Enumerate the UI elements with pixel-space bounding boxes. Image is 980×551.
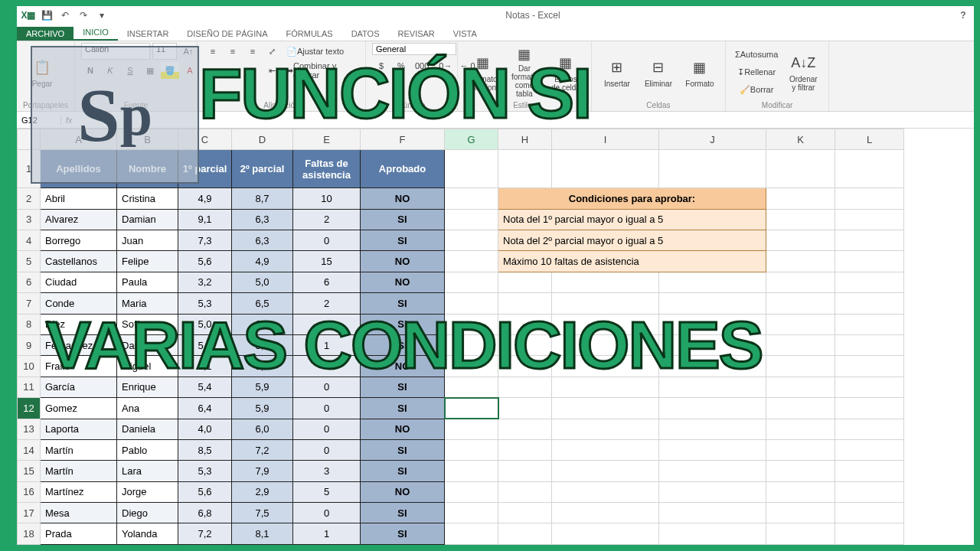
name-box[interactable]: G12: [17, 116, 61, 125]
cell-D7[interactable]: 6,5: [232, 293, 293, 314]
number-format-select[interactable]: General: [372, 43, 456, 55]
row-header-5[interactable]: 5: [18, 251, 41, 272]
col-header-G[interactable]: G: [445, 129, 498, 150]
cell-J13[interactable]: [659, 419, 766, 439]
italic-button[interactable]: K: [101, 62, 119, 79]
col-header-K[interactable]: K: [766, 129, 835, 150]
cell-H7[interactable]: [498, 293, 552, 314]
cell-J8[interactable]: [659, 314, 766, 334]
cell-K14[interactable]: [766, 439, 835, 460]
cell-E18[interactable]: 1: [293, 523, 361, 545]
font-name-select[interactable]: Calibri: [81, 43, 150, 60]
cell-D4[interactable]: 6,3: [232, 230, 293, 250]
cell-H9[interactable]: [498, 334, 552, 355]
cell-I13[interactable]: [552, 419, 659, 439]
font-color-button[interactable]: A: [181, 62, 199, 79]
cell-G8[interactable]: [445, 314, 498, 334]
cell-L4[interactable]: [835, 230, 904, 250]
cell-C7[interactable]: 5,3: [178, 293, 232, 314]
cell-G17[interactable]: [445, 503, 498, 523]
cell-G11[interactable]: [445, 377, 498, 397]
cell-K3[interactable]: [766, 209, 835, 230]
cell-H5[interactable]: Máximo 10 faltas de asistencia: [498, 251, 766, 272]
cell-K4[interactable]: [766, 230, 835, 250]
cell-D6[interactable]: 5,0: [232, 272, 293, 292]
cell-L15[interactable]: [835, 461, 904, 481]
cell-E4[interactable]: 0: [293, 230, 361, 250]
cell-E15[interactable]: 3: [293, 461, 361, 481]
row-header-13[interactable]: 13: [18, 419, 41, 439]
cell-H18[interactable]: [498, 523, 552, 545]
cell-A13[interactable]: Laporta: [41, 419, 117, 439]
cell-G16[interactable]: [445, 481, 498, 502]
cell-B15[interactable]: Lara: [117, 461, 178, 481]
cell-F15[interactable]: SI: [361, 461, 445, 481]
cell-E16[interactable]: 5: [293, 481, 361, 502]
cell-L14[interactable]: [835, 439, 904, 460]
cell-C13[interactable]: 4,0: [178, 419, 232, 439]
tab-datos[interactable]: DATOS: [342, 27, 389, 41]
cell-G14[interactable]: [445, 439, 498, 460]
cell-F3[interactable]: SI: [361, 209, 445, 230]
cell-D8[interactable]: 6,4: [232, 314, 293, 334]
cell-A8[interactable]: Diez: [41, 314, 117, 334]
cell-I17[interactable]: [552, 503, 659, 523]
cell-F2[interactable]: NO: [361, 188, 445, 209]
currency-icon[interactable]: $: [372, 57, 390, 74]
tab-archivo[interactable]: ARCHIVO: [17, 27, 74, 41]
cell-H2[interactable]: Condiciones para aprobar:: [498, 188, 766, 209]
cell-K17[interactable]: [766, 503, 835, 523]
cell-E7[interactable]: 2: [293, 293, 361, 314]
cell-L1[interactable]: [835, 150, 904, 188]
cell-I16[interactable]: [552, 481, 659, 502]
col-header-B[interactable]: B: [117, 129, 178, 150]
cell-F16[interactable]: NO: [361, 481, 445, 502]
cell-J7[interactable]: [659, 293, 766, 314]
cell-B9[interactable]: Daniela: [117, 334, 178, 355]
row-header-6[interactable]: 6: [18, 272, 41, 292]
cell-F18[interactable]: SI: [361, 523, 445, 545]
cell-styles-button[interactable]: ▦Estilos de celda: [547, 49, 585, 95]
fill-button[interactable]: ↧ Rellenar: [732, 64, 781, 80]
tab-revisar[interactable]: REVISAR: [389, 27, 444, 41]
percent-icon[interactable]: %: [392, 57, 410, 74]
format-table-button[interactable]: ▦Dar formato como tabla: [505, 49, 544, 95]
cell-I8[interactable]: [552, 314, 659, 334]
cell-J16[interactable]: [659, 481, 766, 502]
cell-E14[interactable]: 0: [293, 439, 361, 460]
cell-F9[interactable]: SI: [361, 334, 445, 355]
cell-F7[interactable]: SI: [361, 293, 445, 314]
cell-H1[interactable]: [498, 150, 552, 188]
cell-D12[interactable]: 5,9: [232, 398, 293, 419]
orientation-icon[interactable]: ⤢: [263, 43, 282, 60]
cell-A18[interactable]: Prada: [41, 523, 117, 545]
cell-K12[interactable]: [766, 398, 835, 419]
cell-G2[interactable]: [445, 188, 498, 209]
cell-E2[interactable]: 10: [293, 188, 361, 209]
bold-button[interactable]: N: [81, 62, 100, 79]
align-mid-icon[interactable]: ≡: [224, 43, 242, 60]
cell-J18[interactable]: [659, 523, 766, 545]
cell-J1[interactable]: [659, 150, 766, 188]
font-grow-icon[interactable]: A↑: [179, 43, 198, 60]
cell-L16[interactable]: [835, 481, 904, 502]
cell-G5[interactable]: [445, 251, 498, 272]
cell-L18[interactable]: [835, 523, 904, 545]
cell-H14[interactable]: [498, 439, 552, 460]
cell-J10[interactable]: [659, 356, 766, 377]
cell-B12[interactable]: Ana: [117, 398, 178, 419]
cell-D11[interactable]: 5,9: [232, 377, 293, 397]
cell-J14[interactable]: [659, 439, 766, 460]
cell-L5[interactable]: [835, 251, 904, 272]
cell-J6[interactable]: [659, 272, 766, 292]
cell-K6[interactable]: [766, 272, 835, 292]
cell-K13[interactable]: [766, 419, 835, 439]
format-button[interactable]: ▦Formato: [681, 49, 719, 95]
cell-C5[interactable]: 5,6: [178, 251, 232, 272]
cell-B18[interactable]: Yolanda: [117, 523, 178, 545]
cell-C15[interactable]: 5,3: [178, 461, 232, 481]
cell-I1[interactable]: [552, 150, 659, 188]
cell-A9[interactable]: Fernandez: [41, 334, 117, 355]
clear-button[interactable]: 🧹 Borrar: [732, 81, 781, 98]
cell-B3[interactable]: Damian: [117, 209, 178, 230]
